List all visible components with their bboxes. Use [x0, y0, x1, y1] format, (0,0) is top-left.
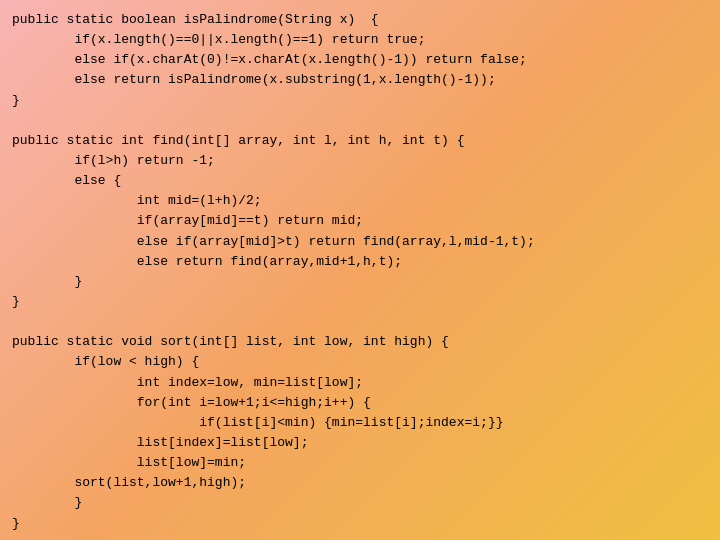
code-line: }	[12, 292, 708, 312]
empty-line	[12, 312, 708, 332]
code-block: public static boolean isPalindrome(Strin…	[12, 10, 708, 534]
code-line: list[low]=min;	[12, 453, 708, 473]
code-line: else if(x.charAt(0)!=x.charAt(x.length()…	[12, 50, 708, 70]
code-line: if(array[mid]==t) return mid;	[12, 211, 708, 231]
code-line: sort(list,low+1,high);	[12, 473, 708, 493]
code-line: int mid=(l+h)/2;	[12, 191, 708, 211]
code-line: else if(array[mid]>t) return find(array,…	[12, 232, 708, 252]
code-line: public static int find(int[] array, int …	[12, 131, 708, 151]
code-line: }	[12, 514, 708, 534]
code-line: public static void sort(int[] list, int …	[12, 332, 708, 352]
code-line: if(low < high) {	[12, 352, 708, 372]
code-line: public static boolean isPalindrome(Strin…	[12, 10, 708, 30]
code-line: }	[12, 91, 708, 111]
code-line: else {	[12, 171, 708, 191]
code-line: if(l>h) return -1;	[12, 151, 708, 171]
code-container: public static boolean isPalindrome(Strin…	[0, 0, 720, 540]
code-line: for(int i=low+1;i<=high;i++) {	[12, 393, 708, 413]
code-line: if(x.length()==0||x.length()==1) return …	[12, 30, 708, 50]
code-line: else return isPalindrome(x.substring(1,x…	[12, 70, 708, 90]
code-line: }	[12, 272, 708, 292]
code-line: if(list[i]<min) {min=list[i];index=i;}}	[12, 413, 708, 433]
code-line: else return find(array,mid+1,h,t);	[12, 252, 708, 272]
code-line: list[index]=list[low];	[12, 433, 708, 453]
code-line: }	[12, 493, 708, 513]
code-line: int index=low, min=list[low];	[12, 373, 708, 393]
empty-line	[12, 111, 708, 131]
